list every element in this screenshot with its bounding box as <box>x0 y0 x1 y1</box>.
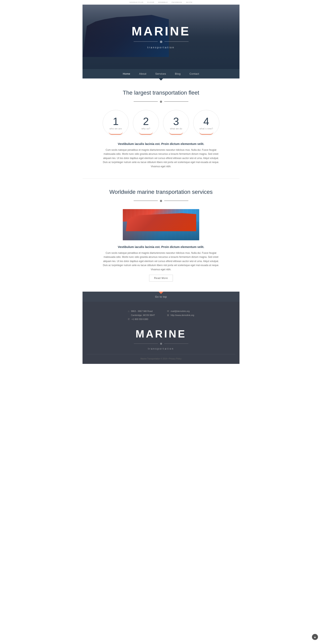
services-body-title: Vestibulum iaculis lacinia est. Proin di… <box>90 245 232 248</box>
nav-blog[interactable]: Blog <box>170 69 185 78</box>
fleet-arc-1 <box>109 132 123 135</box>
nav-home[interactable]: Home <box>118 69 135 78</box>
social-link-dribbble[interactable]: Dribbble <box>158 2 168 3</box>
go-to-top-link[interactable]: Go to top <box>155 296 167 298</box>
read-more-button[interactable]: Read More <box>149 275 173 282</box>
fleet-item-1[interactable]: 1 who we are <box>103 110 129 136</box>
footer-email: ✉ mail@demolink.org <box>167 310 194 312</box>
footer-address-line2: ⌂ Cambridge, MC09 99HT <box>128 314 155 316</box>
footer: ⌂ 9863 - 9867 Mill Road ⌂ Cambridge, MC0… <box>82 302 240 364</box>
fleet-body-text: Cum sociis natoque penatibus et magnis d… <box>103 148 219 168</box>
social-link-facebook[interactable]: Facebook <box>172 2 182 3</box>
fleet-label-4: what`s new? <box>200 128 213 130</box>
fleet-section: The largest transportation fleet ⎈ 1 who… <box>82 78 240 178</box>
footer-divider-line-left <box>134 344 158 344</box>
fleet-section-title: The largest transportation fleet <box>90 90 232 96</box>
footer-divider: ⎈ <box>86 342 236 346</box>
phone-icon: ✆ <box>128 318 130 320</box>
fleet-circle-4: 4 what`s new? <box>193 110 219 136</box>
fleet-item-2[interactable]: 2 why us? <box>133 110 159 136</box>
fleet-label-1: who we are <box>110 128 122 130</box>
fleet-number-1: 1 <box>113 116 119 126</box>
services-section-divider: ⎈ <box>90 198 232 203</box>
home-icon: ⌂ <box>128 310 129 312</box>
footer-website-text: http://www.demolink.org <box>171 314 194 316</box>
fleet-label-3: what we do <box>170 128 182 130</box>
fleet-divider-line-right <box>164 102 188 102</box>
footer-logo-title: MARINE <box>86 328 236 340</box>
hero-content: MARINE ⎈ transportation <box>132 25 190 49</box>
fleet-numbers-container: 1 who we are 2 why us? 3 what we do 4 wh… <box>90 110 232 136</box>
footer-top: Go to top <box>82 292 240 302</box>
nav-about[interactable]: About <box>135 69 151 78</box>
fleet-item-4[interactable]: 4 what`s new? <box>193 110 219 136</box>
hero-divider: ⎈ <box>132 39 190 44</box>
social-link-skype[interactable]: Skype <box>186 2 192 3</box>
social-link-flickr[interactable]: Flickr <box>147 2 154 3</box>
fleet-number-4: 4 <box>204 116 209 126</box>
fleet-label-2: why us? <box>142 128 150 130</box>
helm-icon-fleet: ⎈ <box>160 99 162 104</box>
fleet-arc-2 <box>139 132 153 135</box>
footer-contact-container: ⌂ 9863 - 9867 Mill Road ⌂ Cambridge, MC0… <box>86 310 236 322</box>
footer-address-col: ⌂ 9863 - 9867 Mill Road ⌂ Cambridge, MC0… <box>128 310 155 322</box>
social-bar: Google Plus Flickr Dribbble Facebook Sky… <box>82 0 240 5</box>
fleet-body-title: Vestibulum iaculis lacinia est. Proin di… <box>90 142 232 146</box>
hero-divider-line-left <box>134 42 158 42</box>
fleet-circle-1: 1 who we are <box>103 110 129 136</box>
fleet-arc-4 <box>199 132 213 135</box>
footer-address-text2: Cambridge, MC09 99HT <box>131 314 155 316</box>
services-section-title: Worldwide marine transportation services <box>90 189 232 195</box>
footer-divider-line-right <box>164 344 188 344</box>
fleet-arc-3 <box>169 132 183 135</box>
nav-contact[interactable]: Contact <box>185 69 204 78</box>
email-icon: ✉ <box>167 310 169 312</box>
footer-copyright: Marine Transportation © 2014 • Privacy P… <box>86 354 236 360</box>
hero-divider-line-right <box>164 42 188 42</box>
services-body-text: Cum sociis natoque penatibus et magnis d… <box>103 251 219 272</box>
hero-section: MARINE ⎈ transportation <box>82 5 240 69</box>
hero-title: MARINE <box>132 25 190 38</box>
footer-email-text: mail@demolink.org <box>171 310 190 312</box>
nav-services[interactable]: Services <box>151 69 170 78</box>
fleet-number-3: 3 <box>173 116 179 126</box>
fleet-circle-3: 3 what we do <box>163 110 189 136</box>
helm-icon-hero: ⎈ <box>160 39 162 44</box>
services-section: Worldwide marine transportation services… <box>82 179 240 292</box>
fleet-number-2: 2 <box>143 116 149 126</box>
footer-address-text1: 9863 - 9867 Mill Road <box>131 310 153 312</box>
hero-subtitle: transportation <box>132 46 190 49</box>
fleet-circle-2: 2 why us? <box>133 110 159 136</box>
footer-address-line1: ⌂ 9863 - 9867 Mill Road <box>128 310 155 312</box>
services-ship-detail <box>126 211 196 231</box>
footer-digital-col: ✉ mail@demolink.org ⊞ http://www.demolin… <box>167 310 194 322</box>
helm-icon-footer: ⎈ <box>160 342 162 346</box>
social-link-googleplus[interactable]: Google Plus <box>130 2 144 3</box>
fleet-divider-line-left <box>134 102 158 102</box>
footer-phone: ✆ +1 800 559 6380 <box>128 318 155 320</box>
footer-phone-text: +1 800 559 6380 <box>132 318 148 320</box>
main-nav: Home About Services Blog Contact <box>82 69 240 78</box>
services-image <box>123 209 199 240</box>
footer-website: ⊞ http://www.demolink.org <box>167 314 194 316</box>
monitor-icon: ⊞ <box>167 314 169 316</box>
footer-subtitle: transportation <box>86 347 236 350</box>
helm-icon-services: ⎈ <box>160 198 162 203</box>
fleet-item-3[interactable]: 3 what we do <box>163 110 189 136</box>
fleet-section-divider: ⎈ <box>90 99 232 104</box>
